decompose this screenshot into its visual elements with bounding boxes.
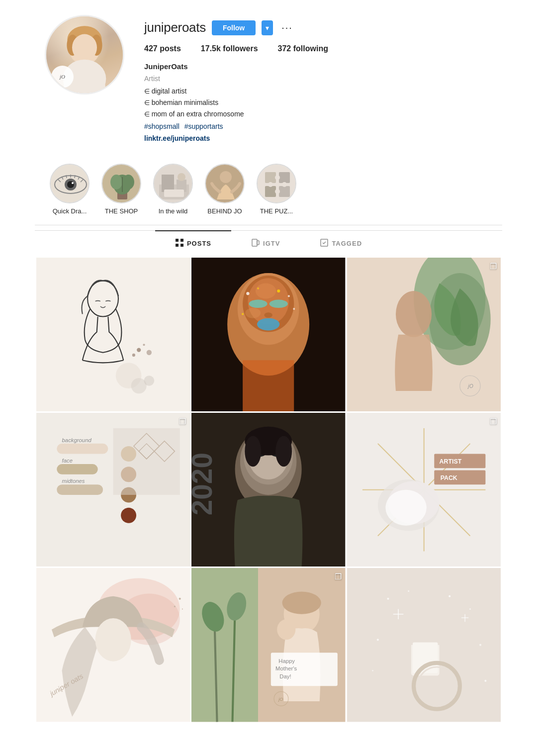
svg-text:2020: 2020	[191, 453, 218, 515]
bio-category: Artist	[144, 74, 492, 84]
shopsmall-tag[interactable]: #shopsmall	[144, 122, 179, 130]
highlight-label-5: THE PUZ...	[260, 207, 293, 215]
following-label: following	[293, 44, 328, 53]
svg-rect-36	[265, 186, 276, 197]
igtv-tab-icon	[251, 238, 260, 249]
svg-text:face: face	[62, 458, 73, 464]
highlight-label-1: Quick Dra...	[53, 207, 87, 215]
svg-rect-130	[191, 568, 258, 722]
svg-rect-83	[57, 444, 108, 454]
svg-point-39	[275, 189, 280, 194]
svg-point-11	[72, 182, 74, 184]
post-item-4[interactable]: ❐ background face midtones	[36, 413, 190, 567]
following-stat[interactable]: 372 following	[278, 44, 328, 53]
post-item-6[interactable]: ❐ ARTIST PACK	[347, 413, 501, 567]
post-item-5[interactable]: 2020	[191, 413, 345, 567]
bio-line-2: bohemian minimalists	[144, 97, 492, 108]
svg-text:Mother's: Mother's	[275, 665, 297, 671]
highlight-circle-2	[101, 164, 141, 203]
svg-point-150	[376, 639, 378, 641]
profile-header: juniperoats Follow ▾ ···	[144, 20, 492, 35]
svg-line-14	[66, 175, 67, 178]
svg-text:PACK: PACK	[440, 474, 457, 481]
svg-point-52	[144, 376, 155, 386]
highlight-item-1[interactable]: Quick Dra...	[50, 164, 90, 215]
highlight-item-2[interactable]: THE SHOP	[101, 164, 141, 215]
post-item-1[interactable]	[36, 258, 190, 411]
svg-rect-75	[243, 360, 294, 411]
dropdown-button[interactable]: ▾	[262, 20, 273, 35]
highlight-label-3: In the wild	[159, 207, 188, 215]
svg-point-89	[121, 508, 136, 523]
svg-text:jO: jO	[278, 697, 283, 702]
svg-rect-156	[413, 643, 438, 673]
bio-name: JuniperOats	[144, 61, 492, 73]
svg-point-147	[408, 590, 409, 592]
more-options-button[interactable]: ···	[279, 22, 295, 33]
svg-point-102	[245, 436, 262, 467]
followers-label: followers	[223, 44, 258, 53]
highlight-label-2: THE SHOP	[105, 207, 138, 215]
svg-point-64	[269, 299, 288, 307]
svg-point-138	[277, 619, 296, 640]
post-item-3[interactable]: ❐ jO	[347, 258, 501, 411]
posts-tab-icon	[175, 238, 184, 249]
svg-point-65	[257, 318, 279, 330]
post-item-8[interactable]: ❐ Happy Mother's Day!	[191, 568, 345, 722]
post-item-2[interactable]	[191, 258, 345, 411]
svg-point-32	[220, 171, 232, 183]
svg-text:ARTIST: ARTIST	[439, 458, 461, 465]
bio-line-1: digital artist	[144, 86, 492, 96]
follow-button[interactable]: Follow	[212, 20, 256, 35]
profile-divider	[35, 225, 502, 225]
svg-rect-33	[258, 165, 296, 203]
svg-point-126	[174, 606, 176, 607]
highlight-item-5[interactable]: THE PUZ...	[257, 164, 296, 215]
svg-point-124	[95, 618, 131, 662]
bio-link[interactable]: linktr.ee/juniperoats	[144, 133, 492, 144]
svg-point-73	[256, 283, 276, 298]
tab-tagged[interactable]: TAGGED	[300, 230, 382, 256]
profile-info: juniperoats Follow ▾ ··· 427 posts 17.5k…	[144, 15, 492, 144]
svg-point-125	[179, 598, 181, 600]
svg-rect-45	[180, 244, 183, 247]
profile-section: jO juniperoats Follow ▾ ··· 427 posts 17…	[35, 0, 502, 154]
tagged-tab-icon	[320, 238, 329, 249]
post-item-9[interactable]	[347, 568, 501, 722]
posts-tab-label: POSTS	[187, 240, 211, 247]
bio-tags[interactable]: #shopsmall #supportarts	[144, 121, 492, 132]
highlight-item-4[interactable]: BEHIND JO	[205, 164, 245, 215]
svg-point-38	[275, 175, 280, 180]
svg-point-67	[288, 295, 290, 297]
svg-text:Day!: Day!	[280, 673, 291, 679]
svg-point-10	[67, 181, 74, 188]
highlight-circle-3	[153, 164, 193, 203]
svg-point-23	[122, 175, 134, 189]
multi-post-icon-4: ❐	[179, 417, 186, 426]
tab-posts[interactable]: POSTS	[155, 230, 231, 256]
highlights-section: Quick Dra... THE SHOP	[35, 154, 502, 225]
svg-point-74	[246, 308, 261, 318]
svg-rect-49	[36, 258, 190, 411]
svg-rect-34	[265, 172, 276, 183]
posts-stat[interactable]: 427 posts	[144, 44, 181, 53]
post-item-7[interactable]: juniper oats	[36, 568, 190, 722]
svg-rect-46	[252, 239, 257, 246]
svg-point-149	[469, 608, 471, 610]
posts-label: posts	[160, 44, 181, 53]
svg-point-63	[249, 299, 268, 307]
svg-point-152	[479, 644, 481, 646]
highlight-item-3[interactable]: In the wild	[153, 164, 193, 215]
svg-rect-85	[57, 484, 103, 495]
tab-igtv[interactable]: IGTV	[231, 230, 300, 256]
supportarts-tag[interactable]: #supportarts	[184, 122, 223, 130]
highlight-circle-4	[205, 164, 245, 203]
svg-point-151	[372, 670, 373, 671]
svg-text:jO: jO	[467, 383, 473, 388]
svg-text:background: background	[62, 437, 92, 443]
posts-grid: ❐ jO ❐	[35, 256, 502, 724]
avatar-container: jO	[45, 15, 124, 94]
followers-stat[interactable]: 17.5k followers	[201, 44, 258, 53]
svg-point-41	[282, 182, 287, 187]
svg-rect-90	[113, 428, 180, 495]
